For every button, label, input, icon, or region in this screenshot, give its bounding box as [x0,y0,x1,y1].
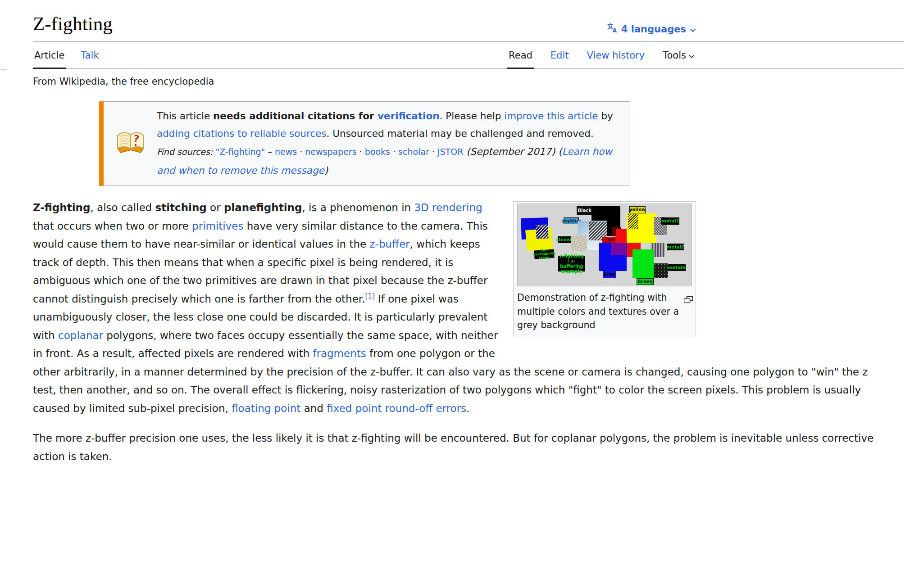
wiki-link[interactable]: adding citations to reliable sources [157,128,327,139]
label-yellow: yellow [629,206,646,213]
citation-needed-banner: ? This article needs additional citation… [99,101,629,186]
paragraph-2: The more z-buffer precision one uses, th… [33,429,879,466]
tab-edit[interactable]: Edit [549,50,570,68]
label-stone1: stone1 [558,236,571,243]
text-segment: ) [324,165,328,176]
page-title: Z-fighting [33,0,904,41]
text-segment: This article [157,110,213,122]
wiki-link[interactable]: newspapers [305,147,356,157]
zfighting-demo-image[interactable]: Two overlapping cubesBlackskybluestone1r… [517,204,692,286]
language-icon: A [607,23,618,36]
wiki-link[interactable]: z-buffer [370,238,410,250]
wiki-link[interactable]: fragments [313,348,366,359]
label-metal5: metal5 [668,264,686,271]
text-segment: or [207,202,224,213]
text-segment: . Unsourced material may be challenged a… [327,128,594,139]
page: Z-fighting A 4 languages Article Talk Re… [0,0,910,466]
text-segment: · [357,147,365,157]
tools-menu-button[interactable]: Tools [661,50,696,68]
label-metal1: metal1 [661,217,679,225]
label-metal2: metal2 [667,244,684,250]
text-segment: (September 2017) [466,146,555,157]
wiki-link[interactable]: books [365,147,390,157]
text-segment: planefighting [224,202,302,213]
text-segment: that occurs when two or more [33,220,192,232]
article-body: Two overlapping cubesBlackskybluestone1r… [33,199,879,466]
text-segment: · [429,147,437,157]
text-segment: by [598,110,613,122]
tab-bar: Article Talk Read Edit View history Tool… [33,42,904,69]
text-segment: stitching [155,202,206,213]
text-segment: · [390,147,398,157]
wiki-link[interactable]: news [275,147,297,157]
ambox-message: This article needs additional citations … [157,107,622,142]
wiki-link[interactable]: verification [378,110,439,122]
text-segment [374,110,378,122]
label-two-overlapping-cubes: Two overlapping cubes [534,249,555,259]
wiki-link[interactable]: "Z-fighting" [215,147,265,157]
citation-ref[interactable]: [1] [365,292,375,300]
wiki-link[interactable]: [1] [365,292,375,300]
label-blue: blue [603,271,616,278]
view-tabs: Read Edit View history Tools [492,50,696,68]
text-segment: . Please help [440,110,505,122]
chevron-down-icon [689,50,695,61]
tab-talk[interactable]: Talk [79,50,100,68]
text-segment: – [265,147,275,157]
zfight-dither [536,224,548,239]
label-skyblue: skyblue [564,217,579,224]
open-book-question-icon: ? [115,130,146,157]
label-red: red [602,237,616,243]
text-segment: and [300,403,327,414]
wiki-link[interactable]: primitives [192,220,243,232]
label-green: Green [637,278,654,285]
text-segment: , also called [90,202,155,213]
tools-label: Tools [663,50,686,61]
text-segment: . [466,403,469,414]
chevron-down-icon [690,24,696,35]
wiki-link[interactable]: fixed point round-off errors [327,403,466,414]
svg-text:A: A [612,27,617,34]
tab-read[interactable]: Read [507,50,534,68]
wiki-link[interactable]: scholar [398,147,429,157]
wiki-link[interactable]: JSTOR [437,147,463,157]
left-edge-divider [0,69,7,70]
article-thumbnail: Two overlapping cubesBlackskybluestone1r… [513,201,696,337]
namespace-tabs: Article Talk [33,50,114,68]
zfight-dither [628,214,638,229]
enlarge-icon[interactable] [684,294,693,308]
site-subtitle: From Wikipedia, the free encyclopedia [33,76,904,87]
language-selector-button[interactable]: A 4 languages [607,23,696,36]
square-green [632,249,654,278]
thumbnail-caption: Demonstration of z-fighting with multipl… [515,286,694,335]
wiki-link[interactable]: floating point [232,403,300,414]
text-segment: Z-fighting [33,202,90,213]
caption-text: Demonstration of z-fighting with multipl… [517,292,679,330]
label-zfighting-example: z-fighting / z-buffering example [558,256,585,272]
tab-article[interactable]: Article [33,50,66,68]
text-segment: · [297,147,305,157]
square-metal5-texture [654,263,668,278]
wiki-link[interactable]: coplanar [58,330,103,341]
zfight-dither [611,243,627,255]
ambox-text: This article needs additional citations … [157,107,622,180]
text-segment: needs additional citations for [213,110,374,122]
language-count-label: 4 languages [621,24,686,35]
text-segment: Find sources: [157,147,213,157]
text-segment: , is a phenomenon in [302,202,414,213]
text-segment: The more z-buffer precision one uses, th… [33,432,874,462]
tab-view-history[interactable]: View history [586,50,646,68]
label-black: Black [577,206,592,214]
wiki-link[interactable]: improve this article [504,110,598,122]
ambox-find-sources: Find sources: "Z-fighting" – news · news… [157,142,622,180]
square-stone-texture [571,235,587,251]
text-segment: ( [555,146,562,157]
wiki-link[interactable]: 3D rendering [414,202,482,213]
paragraph-1: Z-fighting, also called stitching or pla… [33,199,879,417]
